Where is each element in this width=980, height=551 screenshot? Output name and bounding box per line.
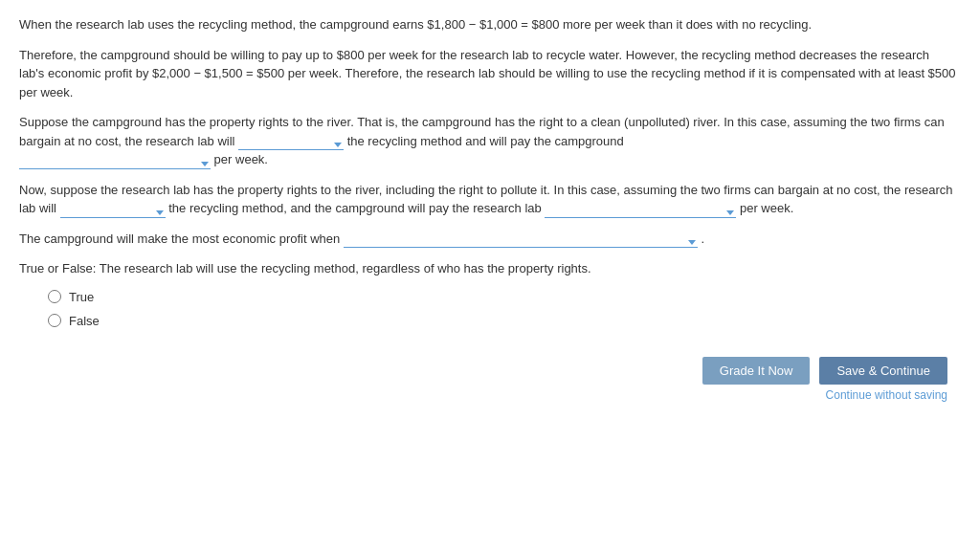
- grade-it-now-button[interactable]: Grade It Now: [702, 357, 811, 385]
- save-continue-button[interactable]: Save & Continue: [819, 357, 947, 385]
- radio-false-label[interactable]: False: [69, 314, 100, 328]
- dropdown-1[interactable]: use not use: [238, 135, 344, 150]
- radio-true-label[interactable]: True: [69, 290, 94, 304]
- radio-true-item[interactable]: True: [48, 290, 957, 304]
- button-row: Grade It Now Save & Continue Continue wi…: [19, 357, 957, 402]
- dropdown-arrow-5: [688, 240, 696, 245]
- dropdown-5-select[interactable]: the campground has the property rights t…: [344, 232, 688, 247]
- dropdown-1-select[interactable]: use not use: [238, 135, 334, 149]
- dropdown-arrow-1: [334, 143, 342, 147]
- paragraph-3: Suppose the campground has the property …: [19, 113, 957, 169]
- button-group: Grade It Now Save & Continue: [702, 357, 947, 385]
- radio-false-input[interactable]: [48, 314, 61, 327]
- dropdown-4[interactable]: $500 per week $600 per week $700 per wee…: [545, 203, 736, 218]
- paragraph-6: True or False: The research lab will use…: [19, 259, 957, 278]
- dropdown-2-select[interactable]: $500 per week $600 per week $700 per wee…: [19, 154, 201, 168]
- dropdown-arrow-3: [156, 210, 164, 215]
- dropdown-3[interactable]: use not use: [60, 203, 166, 218]
- dropdown-arrow-2: [201, 162, 209, 166]
- radio-false-item[interactable]: False: [48, 314, 957, 328]
- paragraph-1: When the research lab uses the recycling…: [19, 15, 957, 34]
- dropdown-arrow-4: [726, 210, 734, 215]
- dropdown-2[interactable]: $500 per week $600 per week $700 per wee…: [19, 154, 211, 169]
- paragraph-2: Therefore, the campground should be will…: [19, 46, 957, 102]
- dropdown-4-select[interactable]: $500 per week $600 per week $700 per wee…: [545, 203, 726, 217]
- dropdown-3-select[interactable]: use not use: [60, 203, 156, 217]
- paragraph-5: The campground will make the most econom…: [19, 230, 957, 249]
- radio-true-input[interactable]: [48, 290, 61, 303]
- true-false-group: True False: [48, 290, 957, 328]
- main-content: When the research lab uses the recycling…: [19, 15, 957, 402]
- paragraph-4: Now, suppose the research lab has the pr…: [19, 181, 957, 218]
- continue-without-saving-link[interactable]: Continue without saving: [826, 388, 947, 402]
- dropdown-5[interactable]: the campground has the property rights t…: [344, 232, 698, 248]
